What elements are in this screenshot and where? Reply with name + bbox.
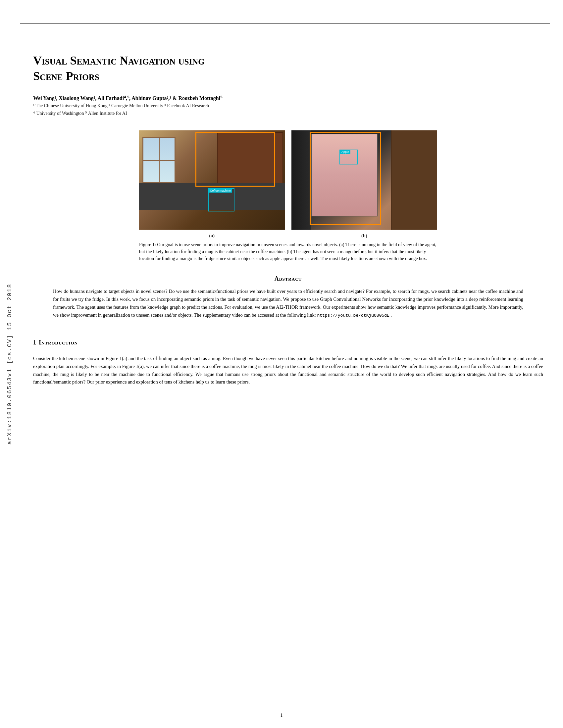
main-content: Visual Semantic Navigation usingScene Pr… [33, 33, 543, 391]
coffee-machine-label: Coffee machine [209, 189, 232, 193]
authors-line: Wei Yang¹, Xiaolong Wang², Ali Farhadi⁴,… [33, 94, 543, 103]
figure-image-a: Coffee machine [139, 130, 285, 230]
section-1-number: 1 [33, 339, 36, 346]
arxiv-id: arXiv:1810.06543v1 [cs.CV] 15 Oct 2018 [6, 284, 14, 444]
figure-caption: Figure 1: Our goal is to use scene prior… [139, 241, 437, 262]
kitchen-scene-b: Apple [292, 130, 437, 230]
section-1-header: 1 Introduction [33, 329, 543, 350]
apple-bbox: Apple [340, 150, 358, 164]
authors-section: Wei Yang¹, Xiaolong Wang², Ali Farhadi⁴,… [33, 94, 543, 117]
page-number: 1 [280, 713, 283, 718]
abstract-link: https://youtu.be/otKjuO805dE [317, 313, 389, 318]
sidebar: arXiv:1810.06543v1 [cs.CV] 15 Oct 2018 [0, 0, 20, 728]
abstract-body: How do humans navigate to target objects… [53, 288, 523, 319]
figure-image-b: Apple [292, 130, 437, 230]
kitchen-window [142, 137, 175, 183]
figure-images: Coffee machine Apple [139, 130, 437, 230]
figure-1: Coffee machine Apple [33, 130, 543, 262]
figure-sub-b: (b) [361, 233, 367, 239]
kitchen-cabinets-b [391, 130, 437, 230]
section-1-title: Introduction [39, 339, 78, 346]
top-rule [20, 23, 550, 23]
figure-sub-a: (a) [209, 233, 214, 239]
apple-label: Apple [340, 150, 351, 154]
paper-title: Visual Semantic Navigation usingScene Pr… [33, 53, 543, 84]
abstract-title: Abstract [33, 275, 543, 282]
section-1: 1 Introduction Consider the kitchen scen… [33, 329, 543, 387]
section-1-para-1: Consider the kitchen scene shown in Figu… [33, 355, 543, 387]
affiliation-1: ¹ The Chinese University of Hong Kong ² … [33, 102, 543, 110]
orange-bbox-a [195, 132, 275, 187]
figure-sublabels: (a) (b) [139, 233, 437, 239]
orange-bbox-b [310, 132, 381, 225]
fridge-door [292, 130, 311, 230]
kitchen-scene-a: Coffee machine [139, 130, 285, 230]
abstract-section: Abstract How do humans navigate to targe… [33, 275, 543, 319]
coffee-machine-bbox: Coffee machine [208, 188, 234, 211]
affiliation-2: ⁴ University of Washington ⁵ Allen Insti… [33, 110, 543, 117]
